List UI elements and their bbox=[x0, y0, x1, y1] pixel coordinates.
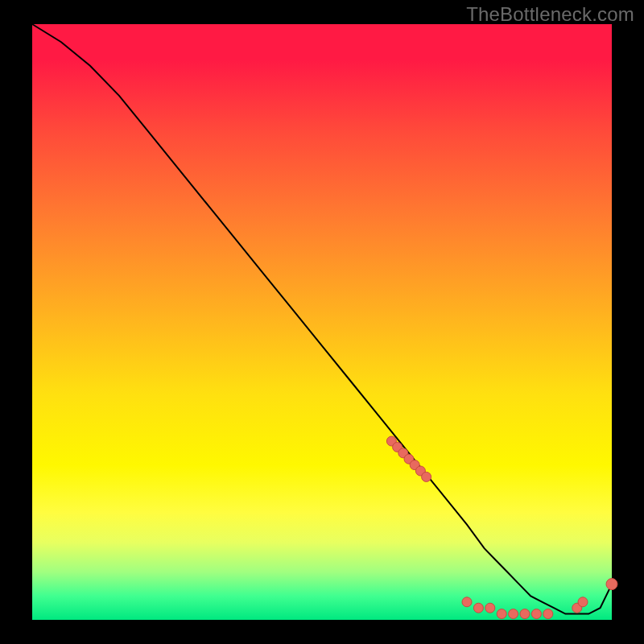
marker-cluster bbox=[386, 436, 588, 619]
chart-stage: TheBottleneck.com bbox=[0, 0, 644, 644]
end-marker bbox=[606, 579, 617, 590]
marker-point bbox=[578, 597, 588, 607]
marker-point bbox=[509, 609, 518, 619]
marker-point bbox=[462, 597, 472, 607]
bottleneck-curve bbox=[32, 24, 612, 614]
plot-area bbox=[32, 24, 612, 620]
marker-point bbox=[473, 603, 483, 613]
marker-point bbox=[422, 472, 431, 481]
marker-point bbox=[520, 609, 530, 619]
curve-layer bbox=[32, 24, 612, 620]
marker-point bbox=[543, 609, 553, 619]
marker-point bbox=[497, 609, 506, 619]
marker-point bbox=[531, 609, 541, 619]
marker-point bbox=[485, 603, 495, 613]
watermark-text: TheBottleneck.com bbox=[466, 3, 634, 26]
